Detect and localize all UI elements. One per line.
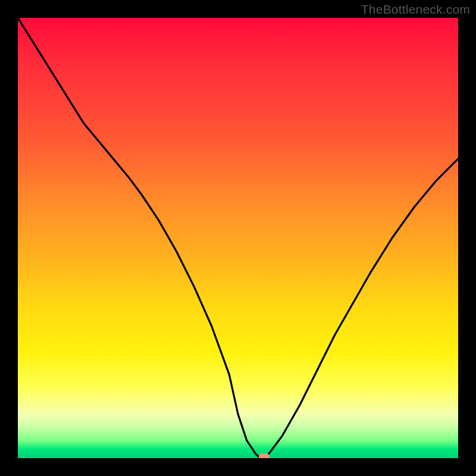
bottleneck-curve-path	[18, 18, 458, 458]
chart-frame: TheBottleneck.com	[0, 0, 476, 476]
watermark-text: TheBottleneck.com	[361, 2, 470, 17]
optimum-marker	[259, 453, 270, 458]
plot-area	[18, 18, 458, 458]
curve-layer	[18, 18, 458, 458]
